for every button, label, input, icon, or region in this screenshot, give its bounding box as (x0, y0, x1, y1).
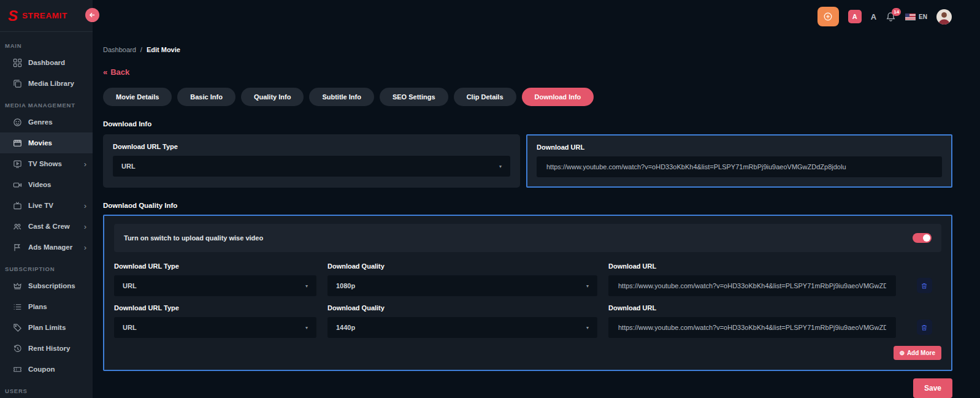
sidebar-item-ads-manager[interactable]: Ads Manager › (0, 237, 93, 258)
sidebar-item-videos[interactable]: Videos (0, 174, 93, 195)
quality-url-input[interactable] (608, 317, 896, 338)
back-link-label: Back (110, 67, 129, 77)
download-url-input[interactable] (537, 156, 942, 177)
sidebar-item-rent-history[interactable]: Rent History (0, 338, 93, 359)
delete-row-button[interactable] (917, 278, 932, 293)
tab-download-info[interactable]: Download Info (522, 88, 594, 106)
download-info-row: Download URL Type URL ▾ Download URL (103, 134, 952, 188)
tab-subtitle-info[interactable]: Subtitle Info (309, 88, 374, 106)
tab-quality-info[interactable]: Quality Info (241, 88, 304, 106)
avatar-person-icon (936, 9, 952, 25)
add-more-label: Add More (907, 350, 935, 356)
sidebar-item-plans[interactable]: Plans (0, 296, 93, 317)
sidebar-item-label: Media Library (28, 80, 74, 87)
caret-down-icon: ▾ (305, 325, 308, 331)
download-quality-section: Turn on switch to upload quality wise vi… (103, 215, 952, 371)
sidebar-item-subscriptions[interactable]: Subscriptions (0, 275, 93, 296)
sidebar-item-media-library[interactable]: Media Library (0, 73, 93, 94)
plus-circle-icon: ⊕ (900, 350, 905, 356)
select-value: 1440p (336, 324, 355, 331)
dashboard-icon (12, 58, 22, 67)
quality-row: Download URL Type URL ▾ Download Quality… (114, 304, 941, 338)
breadcrumb-dashboard-link[interactable]: Dashboard (103, 46, 136, 53)
sidebar-item-tv-shows[interactable]: TV Shows › (0, 153, 93, 174)
top-header: A A 14 EN (93, 0, 980, 33)
tab-movie-details[interactable]: Movie Details (103, 88, 172, 106)
arrow-left-icon (89, 12, 96, 18)
download-info-title: Download Info (103, 120, 952, 128)
page-content: Dashboard / Edit Movie « Back Movie Deta… (93, 33, 980, 398)
select-value: URL (121, 163, 136, 170)
url-type-select[interactable]: URL ▾ (114, 275, 316, 296)
notification-count-badge: 14 (892, 8, 901, 16)
tab-seo-settings[interactable]: SEO Settings (380, 88, 448, 106)
sidebar-item-cast-crew[interactable]: Cast & Crew › (0, 216, 93, 237)
sidebar-item-live-tv[interactable]: Live TV › (0, 195, 93, 216)
sidebar-item-label: Cast & Crew (28, 223, 70, 230)
quality-select[interactable]: 1440p ▾ (327, 317, 597, 338)
download-url-label: Download URL (537, 144, 942, 151)
chevron-right-icon: › (84, 160, 86, 168)
sidebar-item-dashboard[interactable]: Dashboard (0, 52, 93, 73)
quality-switch-card: Turn on switch to upload quality wise vi… (114, 224, 941, 252)
save-row: Save (103, 378, 952, 398)
double-chevron-left-icon: « (103, 67, 107, 77)
sidebar-item-genres[interactable]: Genres (0, 112, 93, 132)
tab-basic-info[interactable]: Basic Info (177, 88, 235, 106)
sidebar-item-label: Movies (28, 139, 52, 147)
logo-text: STREAMIT (22, 11, 67, 20)
sidebar-item-coupon[interactable]: Coupon (0, 359, 93, 380)
plans-icon (12, 302, 22, 312)
quality-toggle-switch[interactable] (913, 233, 932, 243)
download-url-type-select[interactable]: URL ▾ (113, 156, 510, 177)
quick-add-button[interactable] (817, 7, 839, 26)
back-link[interactable]: « Back (103, 67, 129, 77)
user-avatar[interactable] (936, 9, 952, 25)
nav-section-users: USERS (0, 380, 93, 397)
download-url-type-card: Download URL Type URL ▾ (103, 134, 520, 188)
sidebar-item-label: TV Shows (28, 160, 62, 167)
notifications-button[interactable]: 14 (886, 12, 896, 22)
delete-row-button[interactable] (917, 320, 932, 335)
trash-icon (921, 324, 928, 331)
edit-movie-tabs: Movie Details Basic Info Quality Info Su… (103, 88, 952, 106)
plus-circle-icon (823, 12, 833, 21)
sidebar-item-label: Plans (28, 303, 47, 310)
language-selector[interactable]: EN (905, 13, 927, 20)
breadcrumb-current: Edit Movie (147, 46, 180, 53)
quality-row-url: Download URL (608, 262, 896, 296)
sidebar-item-label: Coupon (28, 365, 55, 373)
media-library-icon (12, 78, 22, 88)
font-size-small-button[interactable]: A (871, 12, 876, 21)
url-label: Download URL (608, 262, 896, 270)
plan-limits-icon (12, 323, 22, 332)
breadcrumb-separator: / (140, 46, 142, 53)
sidebar-item-label: Subscriptions (28, 282, 75, 289)
sidebar-item-label: Rent History (28, 345, 70, 352)
tab-clip-details[interactable]: Clip Details (454, 88, 516, 106)
cast-crew-icon (12, 221, 22, 231)
caret-down-icon: ▾ (586, 283, 589, 289)
sidebar-item-label: Dashboard (28, 59, 65, 66)
quality-select[interactable]: 1080p ▾ (327, 275, 597, 296)
quality-url-input[interactable] (608, 275, 896, 296)
url-label: Download URL (608, 304, 896, 312)
logo-s-icon: S (8, 9, 18, 23)
sidebar-item-plan-limits[interactable]: Plan Limits (0, 317, 93, 338)
app-logo[interactable]: S STREAMIT (0, 0, 93, 32)
download-url-card: Download URL (526, 134, 952, 188)
videos-icon (12, 180, 22, 189)
quality-row-url: Download URL (608, 304, 896, 338)
select-value: URL (123, 324, 137, 331)
save-button[interactable]: Save (913, 378, 952, 398)
sidebar-collapse-button[interactable] (85, 8, 99, 22)
breadcrumb: Dashboard / Edit Movie (103, 46, 952, 53)
add-more-button[interactable]: ⊕ Add More (894, 346, 942, 360)
main-area: A A 14 EN Dashboard / Edit Movie « (93, 0, 980, 398)
quality-row-url-type: Download URL Type URL ▾ (114, 262, 316, 296)
url-type-select[interactable]: URL ▾ (114, 317, 316, 338)
sidebar-item-movies[interactable]: Movies (0, 132, 93, 153)
font-size-large-button[interactable]: A (848, 10, 862, 23)
url-type-label: Download URL Type (114, 262, 316, 270)
sidebar: S STREAMIT MAIN Dashboard Media Library … (0, 0, 93, 398)
